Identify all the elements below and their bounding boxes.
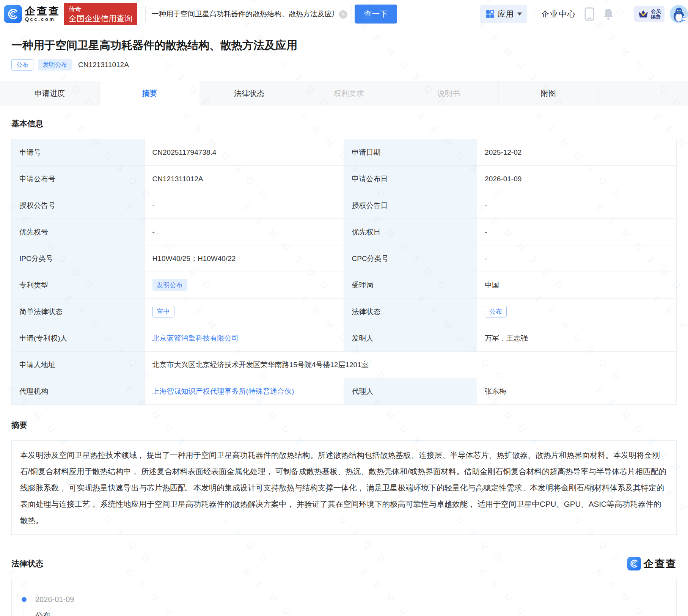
info-value: 中国 — [477, 272, 677, 299]
grid-icon — [485, 9, 495, 19]
divider — [534, 9, 534, 19]
search-input[interactable] — [145, 5, 352, 23]
info-label: 申请日期 — [344, 139, 477, 166]
info-value: 2026-01-09 — [477, 166, 677, 192]
notifications-bell-icon[interactable] — [603, 8, 614, 20]
info-value: - — [145, 192, 344, 219]
member-renew-button[interactable]: 会员 续费 — [634, 6, 664, 22]
main-content: 基本信息 申请号CN202511794738.4申请日期2025-12-02申请… — [0, 118, 688, 616]
divider — [621, 9, 621, 19]
agency-link[interactable]: 上海智晟知识产权代理事务所(特殊普通合伙) — [152, 387, 294, 395]
info-value: - — [477, 192, 677, 219]
info-label: 申请(专利权)人 — [12, 325, 145, 352]
brand-domain: Qcc.com — [25, 16, 60, 22]
type-tag-invention: 发明公布 — [38, 59, 72, 71]
info-value: - — [477, 245, 677, 272]
info-label: 申请人地址 — [12, 352, 145, 378]
applicant-link[interactable]: 北京蓝箭鸿擎科技有限公司 — [152, 334, 239, 342]
qcc-logo[interactable]: 企查查 Qcc.com — [4, 5, 60, 23]
timeline-item: 2026-01-09公布 — [22, 595, 676, 616]
table-row: 申请公布号CN121311012A申请公布日2026-01-09 — [12, 166, 677, 192]
member-label-1: 会员 — [651, 8, 661, 14]
table-row: 简单法律状态审中法律状态公布 — [12, 299, 677, 325]
timeline-dot-icon — [22, 597, 27, 602]
table-row: IPC分类号H10W40/25；H10W40/22CPC分类号- — [12, 245, 677, 272]
info-value: CN202511794738.4 — [145, 139, 344, 166]
apps-menu-button[interactable]: 应用 — [480, 5, 527, 23]
apps-label: 应用 — [498, 9, 514, 19]
timeline-status: 公布 — [35, 610, 676, 616]
info-label: 申请公布日 — [344, 166, 477, 192]
tab-legal[interactable]: 法律状态 — [199, 81, 299, 105]
info-label: 简单法律状态 — [12, 299, 145, 325]
info-value: 北京市大兴区北京经济技术开发区荣华南路15号院4号楼12层1201室 — [145, 352, 676, 378]
clear-search-icon[interactable]: × — [339, 10, 347, 19]
info-value: 张东梅 — [477, 378, 677, 405]
info-label: 优先权日 — [344, 219, 477, 245]
page-title: 一种用于空间卫星高功耗器件的散热结构、散热方法及应用 — [11, 37, 677, 53]
abstract-text: 本发明涉及空间卫星热控技术领域， 提出了一种用于空间卫星高功耗器件的散热结构。所… — [11, 440, 677, 535]
status-tag: 公布 — [485, 306, 507, 317]
info-value: 审中 — [145, 299, 344, 325]
tab-progress[interactable]: 申请进度 — [0, 81, 100, 105]
table-row: 优先权号-优先权日- — [12, 219, 677, 245]
info-value: 万军，王志强 — [477, 325, 677, 352]
publication-number: CN121311012A — [78, 61, 129, 69]
info-label: 发明人 — [344, 325, 477, 352]
enterprise-center-link[interactable]: 企业中心 — [541, 9, 576, 19]
info-value: 公布 — [477, 299, 677, 325]
info-value: 北京蓝箭鸿擎科技有限公司 — [145, 325, 344, 352]
info-label: 专利类型 — [12, 272, 145, 299]
tab-figures[interactable]: 附图 — [499, 81, 598, 105]
info-label: CPC分类号 — [344, 245, 477, 272]
header-nav: 应用 企业中心 — [480, 0, 688, 28]
basic-info-heading: 基本信息 — [11, 118, 677, 129]
status-tag: 审中 — [152, 306, 174, 317]
qcc-brand-mark: 企查查 — [627, 557, 677, 570]
info-label: 法律状态 — [344, 299, 477, 325]
info-label: 申请号 — [12, 139, 145, 166]
info-label: 代理人 — [344, 378, 477, 405]
promo-line1: 传奇 — [69, 5, 132, 13]
info-value: 2025-12-02 — [477, 139, 677, 166]
info-label: 受理局 — [344, 272, 477, 299]
brand-name: 企查查 — [25, 6, 60, 16]
table-row: 代理机构上海智晟知识产权代理事务所(特殊普通合伙)代理人张东梅 — [12, 378, 677, 405]
tab-claims: 权利要求 — [299, 81, 399, 105]
info-value: 发明公布 — [145, 272, 344, 299]
search-button[interactable]: 查一下 — [355, 5, 397, 24]
chevron-down-icon — [517, 13, 522, 16]
info-label: 申请公布号 — [12, 166, 145, 192]
abstract-heading: 摘要 — [11, 420, 677, 431]
timeline-connector — [24, 605, 24, 616]
info-label: 代理机构 — [12, 378, 145, 405]
promo-line2: 全国企业信用查询 — [69, 13, 132, 24]
info-label: 优先权号 — [12, 219, 145, 245]
legal-status-heading: 法律状态 — [11, 558, 43, 569]
top-header: 企查查 Qcc.com 传奇 全国企业信用查询 × 查一下 — [0, 0, 688, 28]
info-value: CN121311012A — [145, 166, 344, 192]
info-label: 授权公告号 — [12, 192, 145, 219]
timeline-date: 2026-01-09 — [35, 595, 676, 604]
tab-bar: 申请进度摘要法律状态权利要求说明书附图 — [0, 81, 688, 105]
search-bar: × 查一下 — [145, 5, 397, 24]
tab-abstract[interactable]: 摘要 — [100, 81, 199, 105]
crown-icon — [638, 9, 649, 19]
info-value: 上海智晟知识产权代理事务所(特殊普通合伙) — [145, 378, 344, 405]
basic-info-table: 申请号CN202511794738.4申请日期2025-12-02申请公布号CN… — [11, 139, 677, 405]
info-label: 授权公告日 — [344, 192, 477, 219]
info-label: IPC分类号 — [12, 245, 145, 272]
qcc-brand-text: 企查查 — [644, 557, 677, 570]
tab-description: 说明书 — [399, 81, 499, 105]
qcc-logo-icon — [4, 5, 22, 23]
info-value: - — [145, 219, 344, 245]
table-row: 申请号CN202511794738.4申请日期2025-12-02 — [12, 139, 677, 166]
patent-title-block: 一种用于空间卫星高功耗器件的散热结构、散热方法及应用 公布 发明公布 CN121… — [0, 28, 688, 81]
table-row: 授权公告号-授权公告日- — [12, 192, 677, 219]
info-value: - — [477, 219, 677, 245]
status-tag-publication: 公布 — [11, 59, 33, 71]
user-avatar[interactable] — [670, 5, 688, 23]
type-tag: 发明公布 — [152, 279, 187, 291]
qcc-brand-icon — [627, 557, 641, 570]
mobile-app-icon[interactable] — [584, 7, 594, 21]
